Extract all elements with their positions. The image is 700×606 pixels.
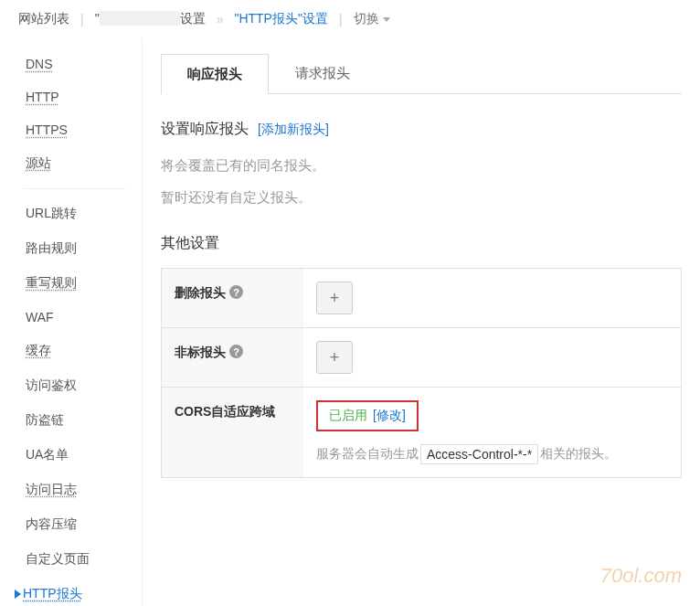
response-header-title: 设置响应报头 <box>161 120 249 139</box>
sidebar-item-label: 访问鉴权 <box>26 377 77 392</box>
nonstd-header-label: 非标报头 ? <box>162 328 303 387</box>
cors-description: 服务器会自动生成 Access-Control-*-* 相关的报头。 <box>316 444 668 464</box>
cors-value: 已启用 [修改] 服务器会自动生成 Access-Control-*-* 相关的… <box>303 388 681 477</box>
tab-request[interactable]: 请求报头 <box>269 53 377 93</box>
sidebar-item-custom-page[interactable]: 自定义页面 <box>7 542 142 577</box>
sidebar-item-label: HTTP <box>26 90 59 104</box>
sidebar-item-label: URL跳转 <box>26 206 77 220</box>
chevron-down-icon <box>383 17 390 22</box>
other-settings-table: 删除报头 ? + 非标报头 ? + CORS自适应跨域 <box>161 268 682 478</box>
sidebar-item-label: WAF <box>26 310 54 324</box>
sidebar-item-https[interactable]: HTTPS <box>7 113 142 146</box>
breadcrumb-http-header[interactable]: "HTTP报头"设置 <box>234 11 328 27</box>
nonstd-header-row: 非标报头 ? + <box>162 328 681 388</box>
sidebar-item-http[interactable]: HTTP <box>7 80 142 113</box>
sidebar-item-label: 缓存 <box>26 343 51 357</box>
sidebar-item-url-redirect[interactable]: URL跳转 <box>7 197 142 231</box>
sidebar-item-label: 路由规则 <box>26 240 77 255</box>
delete-header-row: 删除报头 ? + <box>162 269 681 328</box>
sidebar-item-anti-leech[interactable]: 防盗链 <box>7 403 142 438</box>
sidebar-item-compression[interactable]: 内容压缩 <box>7 507 142 542</box>
sidebar-item-origin[interactable]: 源站 <box>7 146 142 181</box>
cors-row: CORS自适应跨域 已启用 [修改] 服务器会自动生成 Access-Contr… <box>162 388 681 477</box>
response-desc-2: 暂时还没有自定义报头。 <box>161 189 682 207</box>
help-icon[interactable]: ? <box>229 345 243 358</box>
sidebar-item-route-rules[interactable]: 路由规则 <box>7 231 142 266</box>
sidebar: DNSHTTPHTTPS源站URL跳转路由规则重写规则WAF缓存访问鉴权防盗链U… <box>0 38 142 606</box>
help-icon[interactable]: ? <box>229 285 243 299</box>
sidebar-item-label: 重写规则 <box>26 275 77 290</box>
sidebar-item-label: 自定义页面 <box>26 551 90 566</box>
cors-code: Access-Control-*-* <box>420 444 538 464</box>
main-content: 响应报头 请求报头 设置响应报头 [添加新报头] 将会覆盖已有的同名报头。 暂时… <box>142 38 700 606</box>
sidebar-item-label: HTTPS <box>26 122 68 137</box>
response-desc-1: 将会覆盖已有的同名报头。 <box>161 157 682 175</box>
triangle-right-icon <box>15 590 21 599</box>
sidebar-item-label: DNS <box>26 57 53 71</box>
cors-status-box: 已启用 [修改] <box>316 400 419 431</box>
sidebar-item-cache[interactable]: 缓存 <box>7 334 142 368</box>
delete-header-label: 删除报头 ? <box>162 269 303 327</box>
breadcrumb-sep: | <box>339 12 343 27</box>
breadcrumb: 网站列表 | "xxxx设置 » "HTTP报头"设置 | 切换 <box>0 0 700 38</box>
tabs: 响应报头 请求报头 <box>161 53 682 94</box>
add-delete-header-button[interactable]: + <box>316 282 353 314</box>
nonstd-header-value: + <box>303 328 681 387</box>
sidebar-item-label: 源站 <box>26 155 51 170</box>
sidebar-item-waf[interactable]: WAF <box>7 301 142 334</box>
cors-modify-link[interactable]: [修改] <box>373 408 406 424</box>
sidebar-item-label: UA名单 <box>26 447 69 462</box>
breadcrumb-sep: | <box>80 12 84 27</box>
cors-status: 已启用 <box>329 408 367 424</box>
breadcrumb-site: "xxxx设置 <box>95 11 206 27</box>
sidebar-separator <box>24 188 125 189</box>
sidebar-item-label: 防盗链 <box>26 412 64 427</box>
breadcrumb-switch[interactable]: 切换 <box>354 11 390 27</box>
response-header-section: 设置响应报头 [添加新报头] 将会覆盖已有的同名报头。 暂时还没有自定义报头。 <box>161 120 682 207</box>
other-settings-title: 其他设置 <box>161 234 682 253</box>
delete-header-value: + <box>303 269 681 327</box>
add-header-link[interactable]: [添加新报头] <box>258 122 329 138</box>
tab-response[interactable]: 响应报头 <box>161 54 269 94</box>
sidebar-item-label: 内容压缩 <box>26 516 77 531</box>
sidebar-item-rewrite-rules[interactable]: 重写规则 <box>7 266 142 301</box>
cors-label: CORS自适应跨域 <box>162 388 303 477</box>
sidebar-item-ua-list[interactable]: UA名单 <box>7 438 142 473</box>
sidebar-item-dns[interactable]: DNS <box>7 48 142 80</box>
sidebar-item-http-header[interactable]: HTTP报头 <box>7 577 142 606</box>
sidebar-item-label: HTTP报头 <box>23 586 82 602</box>
sidebar-item-access-log[interactable]: 访问日志 <box>7 473 142 507</box>
add-nonstd-header-button[interactable]: + <box>316 341 353 374</box>
breadcrumb-root[interactable]: 网站列表 <box>18 11 69 27</box>
sidebar-item-auth[interactable]: 访问鉴权 <box>7 368 142 403</box>
breadcrumb-sep: » <box>217 12 224 27</box>
sidebar-item-label: 访问日志 <box>26 482 77 496</box>
